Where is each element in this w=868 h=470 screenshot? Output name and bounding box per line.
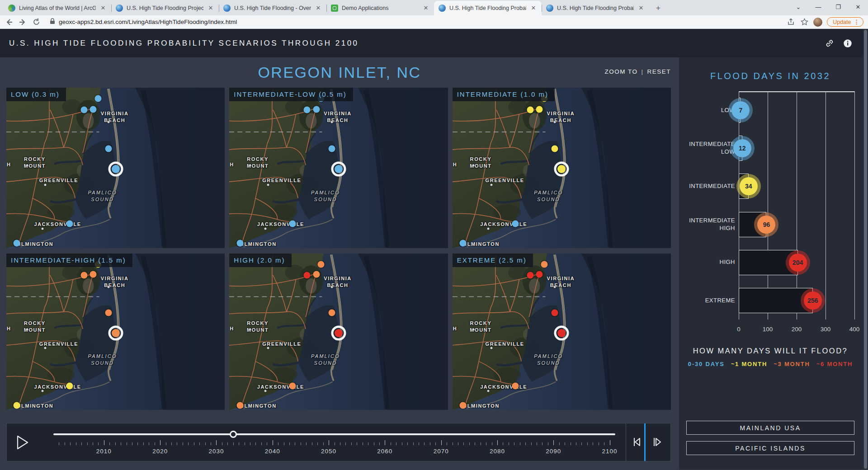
browser-tab-6[interactable]: U.S. High Tide Flooding Probabili✕: [542, 1, 649, 15]
tab-close-icon[interactable]: ✕: [422, 5, 429, 12]
browser-tab-1[interactable]: Living Atlas of the World | ArcGIS✕: [4, 1, 111, 15]
step-forward-button[interactable]: [651, 435, 664, 449]
year-tick: [419, 442, 419, 445]
station-norfolk-west[interactable]: [304, 272, 311, 278]
station-north[interactable]: [541, 261, 547, 268]
play-button[interactable]: [15, 434, 30, 451]
station-norfolk-east[interactable]: [90, 106, 97, 113]
reload-icon[interactable]: [32, 18, 41, 27]
chart-value-badge: 12: [733, 139, 751, 157]
station-oregon-inlet[interactable]: [335, 165, 343, 173]
browser-tab-2[interactable]: U.S. High Tide Flooding Projectio✕: [111, 1, 219, 15]
station-coast[interactable]: [551, 145, 558, 152]
step-back-button[interactable]: [630, 435, 643, 449]
year-tick: [233, 442, 234, 445]
station-jacksonville[interactable]: [289, 383, 296, 390]
year-tick: [525, 442, 526, 445]
browser-tab-3[interactable]: U.S. High Tide Flooding - Overvie✕: [219, 1, 326, 15]
station-jacksonville[interactable]: [289, 221, 296, 227]
minimize-button[interactable]: —: [808, 0, 828, 14]
tab-search-chevron-icon[interactable]: ⌄: [788, 0, 808, 14]
station-oregon-inlet[interactable]: [335, 329, 343, 337]
tab-close-icon[interactable]: ✕: [315, 5, 322, 12]
year-slider-track[interactable]: [53, 433, 615, 435]
year-slider-thumb[interactable]: [230, 431, 237, 438]
tab-close-icon[interactable]: ✕: [530, 5, 537, 12]
back-icon[interactable]: [5, 18, 14, 27]
station-norfolk-west[interactable]: [527, 106, 533, 113]
map-panel-low[interactable]: VIRGINIA BEACHROCKY MOUNTGREENVILLEPAMLI…: [6, 88, 225, 248]
station-jacksonville[interactable]: [66, 383, 73, 390]
restore-button[interactable]: ❐: [828, 0, 848, 14]
city-label: VIRGINIA BEACH: [324, 275, 352, 289]
station-coast[interactable]: [328, 310, 335, 316]
year-tick: [391, 442, 391, 445]
station-north[interactable]: [94, 95, 101, 102]
city-label: H: [7, 325, 11, 332]
station-oregon-inlet[interactable]: [557, 329, 566, 337]
profile-avatar[interactable]: [813, 18, 822, 27]
bookmark-star-icon[interactable]: [800, 18, 809, 27]
address-bar[interactable]: geoxc-apps2.bd.esri.com/LivingAtlas/High…: [45, 17, 782, 28]
mainland-usa-button[interactable]: MAINLAND USA: [686, 421, 854, 435]
station-coast[interactable]: [551, 310, 558, 316]
station-jacksonville[interactable]: [512, 221, 519, 227]
station-wilmington[interactable]: [459, 240, 466, 247]
station-jacksonville[interactable]: [512, 383, 519, 390]
map-panel-extreme[interactable]: VIRGINIA BEACHROCKY MOUNTGREENVILLEPAMLI…: [453, 254, 671, 410]
map-panel-intermediate-high[interactable]: VIRGINIA BEACHROCKY MOUNTGREENVILLEPAMLI…: [6, 254, 225, 410]
year-tick: [211, 442, 211, 445]
reset-link[interactable]: RESET: [647, 68, 671, 75]
station-jacksonville[interactable]: [66, 221, 73, 227]
share-link-icon[interactable]: [825, 38, 835, 48]
station-norfolk-east[interactable]: [536, 271, 543, 278]
new-tab-button[interactable]: +: [652, 2, 665, 14]
browser-tab-5[interactable]: U.S. High Tide Flooding Probabili✕: [434, 1, 542, 15]
city-marker-dot: [108, 121, 110, 123]
station-norfolk-east[interactable]: [313, 271, 320, 278]
tab-title: Living Atlas of the World | ArcGIS: [19, 5, 96, 11]
pacific-islands-button[interactable]: PACIFIC ISLANDS: [686, 441, 854, 455]
city-marker-dot: [553, 286, 556, 288]
browser-tab-strip: Living Atlas of the World | ArcGIS✕U.S. …: [0, 0, 868, 15]
station-norfolk-east[interactable]: [536, 106, 543, 113]
station-wilmington[interactable]: [236, 240, 243, 247]
station-coast[interactable]: [105, 145, 112, 152]
tab-close-icon[interactable]: ✕: [99, 5, 107, 12]
station-wilmington[interactable]: [14, 402, 20, 409]
year-tick: [255, 442, 256, 445]
station-north[interactable]: [318, 261, 325, 268]
zoom-to-link[interactable]: ZOOM TO: [604, 68, 637, 75]
station-wilmington[interactable]: [459, 402, 466, 409]
map-panel-intermediate[interactable]: VIRGINIA BEACHROCKY MOUNTGREENVILLEPAMLI…: [453, 88, 671, 248]
station-wilmington[interactable]: [14, 240, 20, 247]
station-norfolk-west[interactable]: [81, 106, 88, 113]
station-oregon-inlet[interactable]: [112, 329, 120, 337]
station-coast[interactable]: [105, 310, 112, 316]
info-icon[interactable]: [843, 38, 853, 48]
map-panel-high[interactable]: VIRGINIA BEACHROCKY MOUNTGREENVILLEPAMLI…: [229, 254, 448, 410]
station-wilmington[interactable]: [236, 402, 243, 409]
year-tick: [171, 442, 172, 445]
city-marker-dot: [330, 121, 333, 123]
close-window-button[interactable]: ✕: [848, 0, 868, 14]
city-marker-dot: [472, 328, 474, 330]
station-norfolk-west[interactable]: [81, 272, 88, 278]
tab-close-icon[interactable]: ✕: [637, 5, 645, 12]
city-label: VIRGINIA BEACH: [547, 110, 575, 124]
tab-close-icon[interactable]: ✕: [207, 5, 214, 12]
station-norfolk-east[interactable]: [90, 271, 97, 278]
map-panel-intermediate-low[interactable]: VIRGINIA BEACHROCKY MOUNTGREENVILLEPAMLI…: [229, 88, 448, 248]
flood-legend-item: ~3 MONTH: [774, 361, 810, 367]
browser-tab-4[interactable]: Demo Applications✕: [326, 1, 434, 15]
page-scrollbar[interactable]: [863, 29, 868, 470]
station-coast[interactable]: [328, 145, 335, 152]
share-icon[interactable]: [786, 18, 795, 27]
station-norfolk-east[interactable]: [313, 106, 320, 113]
forward-icon[interactable]: [18, 18, 27, 27]
station-oregon-inlet[interactable]: [557, 165, 566, 173]
station-norfolk-west[interactable]: [304, 106, 311, 113]
station-oregon-inlet[interactable]: [112, 165, 120, 173]
station-norfolk-west[interactable]: [527, 272, 533, 278]
update-button[interactable]: Update ⋮: [827, 17, 863, 27]
